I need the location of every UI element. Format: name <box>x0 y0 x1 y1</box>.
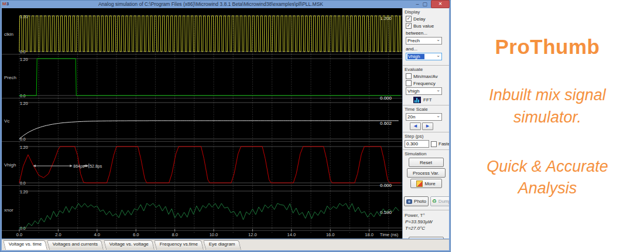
bus-value-label: Bus value <box>413 23 434 29</box>
axis-tick-label: 18.0 <box>365 232 374 237</box>
frequency-checkbox-row[interactable]: Frequency <box>406 80 449 86</box>
reset-label: Reset <box>420 160 432 165</box>
frequency-checkbox[interactable] <box>406 80 412 86</box>
power-group: Power, T° P=33.593µW T=27.0°C <box>403 210 449 232</box>
step-title: Step (ps) <box>405 134 449 139</box>
dump-icon: ♻ <box>432 199 437 204</box>
waveform-clkin <box>19 16 400 52</box>
and-select-value: Vhigh <box>407 54 424 59</box>
scale-label-max: 1.20 <box>20 190 28 194</box>
faster-checkbox[interactable] <box>431 141 437 147</box>
minmax-checkbox[interactable] <box>406 73 412 79</box>
axis-tick-label: 4.0 <box>94 232 100 237</box>
more-icon <box>416 181 423 187</box>
temperature-value: T=27.0°C <box>405 226 449 231</box>
tab-voltages-and-currents[interactable]: Voltages and currents <box>47 240 104 250</box>
axis-tick-label: 16.0 <box>326 232 335 237</box>
waveform-plot-area[interactable]: clkin1.200.01.200Prech1.200.00.000Vc1.20… <box>2 8 402 239</box>
signal-value-Vc: 0.602 <box>380 121 392 126</box>
between-label: between... <box>406 30 449 36</box>
tab-label: Voltages and currents <box>53 241 98 247</box>
photo-label: Photo <box>414 199 426 204</box>
between-select[interactable]: Prech ⌄ <box>406 37 442 45</box>
tab-label: Voltage vs. time <box>9 241 42 247</box>
and-select[interactable]: Vhigh ⌄ <box>406 53 442 60</box>
promo-title: ProThumb <box>451 35 644 59</box>
tab-voltage-vs-voltage[interactable]: Voltage vs. voltage <box>104 240 155 250</box>
annotation-text: 52.8ps <box>90 164 102 169</box>
annotation-arrow-left <box>33 165 36 168</box>
promo-panel: ProThumb Inbuilt mix signal simulator. Q… <box>451 0 644 252</box>
scale-label-max: 1.20 <box>20 101 28 105</box>
signal-name-Vc: Vc <box>4 118 9 124</box>
scale-label-min: 0.0 <box>20 181 26 185</box>
display-group-title: Display <box>405 9 449 15</box>
annotation-text: 864ps <box>73 164 85 169</box>
bus-value-checkbox[interactable]: ✓ <box>406 23 412 29</box>
axis-tick-label: 14.0 <box>287 232 296 237</box>
axis-title: Time (ns) <box>380 232 399 237</box>
tab-label: Frequency vs.time <box>160 241 198 247</box>
scroll-right-button[interactable]: ▶ <box>422 122 433 130</box>
chevron-down-icon: ⌄ <box>436 38 440 42</box>
time-scale-title: Time Scale <box>405 107 449 112</box>
delay-checkbox[interactable]: ✓ <box>406 16 412 22</box>
waveform-xnor <box>19 203 399 228</box>
step-input[interactable] <box>405 140 429 148</box>
chevron-down-icon: ⌄ <box>436 53 440 58</box>
evaluate-group: Evaluate Min/max/Av Frequency Vhigh ⌄ FF… <box>403 65 449 105</box>
waveform-plot[interactable]: clkin1.200.01.200Prech1.200.00.000Vc1.20… <box>2 8 402 239</box>
axis-tick-label: 2.0 <box>55 232 61 237</box>
and-label: and... <box>406 46 449 52</box>
time-scale-select[interactable]: 20n ⌄ <box>406 113 442 121</box>
close-button[interactable]: ✕ Close <box>409 237 444 239</box>
fft-button[interactable]: FFT <box>413 97 449 103</box>
axis-tick-label: 0.0 <box>16 232 22 237</box>
chart-tabstrip: Voltage vs. timeVoltages and currentsVol… <box>2 239 449 250</box>
frequency-label: Frequency <box>413 81 436 86</box>
evaluate-group-title: Evaluate <box>405 67 449 72</box>
more-label: More <box>424 181 435 186</box>
chevron-down-icon: ⌄ <box>436 88 440 93</box>
delay-label: Delay <box>413 16 425 22</box>
signal-value-clkin: 1.200 <box>380 16 392 21</box>
reset-button[interactable]: Reset <box>409 158 444 167</box>
window-title: Analog simulation of C:\Program Files (x… <box>0 1 451 7</box>
simulation-title: Simulation <box>405 151 449 156</box>
axis-tick-label: 8.0 <box>172 232 177 237</box>
axis-tick-label: 10.0 <box>210 232 218 237</box>
scroll-left-button[interactable]: ◀ <box>410 122 421 130</box>
simulation-window: M3 Analog simulation of C:\Program Files… <box>0 0 451 252</box>
photo-button[interactable]: Photo <box>404 196 429 206</box>
delay-checkbox-row[interactable]: ✓ Delay <box>406 16 449 22</box>
waveform-Prech <box>19 59 400 96</box>
faster-label: Faster <box>439 141 449 147</box>
camera-icon <box>406 199 412 204</box>
axis-tick-label: 12.0 <box>248 232 257 237</box>
minmax-checkbox-row[interactable]: Min/max/Av <box>406 73 449 79</box>
promo-subtitle-2: Quick & Accurate Analysis <box>463 156 632 200</box>
bus-value-checkbox-row[interactable]: ✓ Bus value <box>406 23 449 29</box>
step-group: Step (ps) Faster <box>403 132 449 149</box>
signal-name-Vhigh: Vhigh <box>4 162 16 168</box>
dump-button[interactable]: ♻ Dump <box>430 196 449 206</box>
tab-voltage-vs-time[interactable]: Voltage vs. time <box>3 240 47 250</box>
tab-eye-diagram[interactable]: Eye diagram <box>203 240 241 250</box>
titlebar[interactable]: M3 Analog simulation of C:\Program Files… <box>0 0 451 8</box>
tab-frequency-vs-time[interactable]: Frequency vs.time <box>154 240 204 250</box>
signal-name-xnor: xnor <box>4 207 13 213</box>
window-close-button[interactable]: ✕ <box>431 0 450 8</box>
signal-value-Vhigh: 0.000 <box>380 183 392 188</box>
more-button[interactable]: More <box>410 179 442 188</box>
control-panel: Display ✓ Delay ✓ Bus value between... P… <box>402 8 449 239</box>
maximize-icon[interactable]: ▢ <box>422 1 427 8</box>
power-value: P=33.593µW <box>405 219 449 224</box>
minimize-icon[interactable]: – <box>416 1 419 8</box>
evaluate-signal-select[interactable]: Vhigh ⌄ <box>406 87 442 95</box>
fft-label: FFT <box>423 97 432 103</box>
time-scale-value: 20n <box>407 114 415 120</box>
process-var-button[interactable]: Process Var. <box>407 168 446 178</box>
scale-label-max: 1.20 <box>20 57 28 62</box>
simulation-group: Simulation Reset Process Var. More <box>403 149 449 189</box>
annotation-arrow-right <box>70 165 72 168</box>
